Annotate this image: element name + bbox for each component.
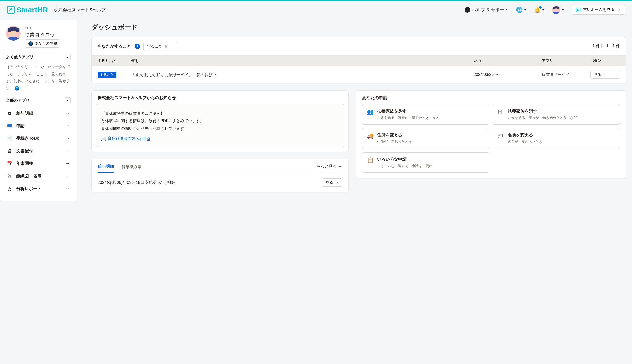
sidebar-item-label: 分析レポート — [16, 186, 61, 192]
sidebar-item-application[interactable]: 📪 申請 → — [6, 120, 71, 132]
payslip-tabs: 給与明細 源泉徴収票 もっと見る → — [92, 159, 348, 173]
todo-header: あなたがすること 1 すること ▲▼ 1 件中 1 – 1 件 — [92, 37, 626, 55]
collapse-button[interactable]: ▲ — [65, 98, 71, 104]
chevron-up-icon: ▲ — [67, 99, 69, 102]
col-what: 何を — [131, 58, 470, 63]
todo-what: 「新入社員入社1ヶ月後サーベイ」回答のお願い — [131, 72, 470, 78]
arrow-right-icon: → — [65, 110, 70, 116]
tile-title: 名前を変える — [508, 132, 542, 138]
sidebar: 301 従業員 タロウ 👤 あなたの情報 よく使うアプリ ▲ ［アプリのリスト］… — [0, 20, 77, 201]
tile-various-applications[interactable]: 📋 いろいろな申請 フォームを 選んで 申請を 提出 — [362, 152, 489, 173]
chevron-down-icon: ▼ — [542, 8, 545, 12]
filter-value: すること — [147, 44, 162, 48]
view-label: 見る — [594, 72, 601, 77]
avatar — [6, 26, 21, 41]
application-icon: 📪 — [7, 123, 12, 128]
user-block: 301 従業員 タロウ 👤 あなたの情報 — [6, 26, 71, 48]
tab-payslip[interactable]: 給与明細 — [98, 162, 114, 173]
arrow-right-icon: → — [65, 161, 70, 166]
tile-title: いろいろな申請 — [377, 156, 432, 162]
user-name: 従業員 タロウ — [25, 32, 60, 38]
collapse-button[interactable]: ▲ — [65, 54, 71, 60]
tile-desc: お金を送る 家族が 増えたとき など — [377, 115, 439, 120]
status-badge: すること — [98, 72, 116, 78]
payslip-icon: ✿ — [7, 110, 12, 116]
sidebar-item-yearend[interactable]: 📅 年末調整 → — [6, 157, 71, 170]
view-button[interactable]: 見る → — [322, 178, 342, 186]
header-right: ? ヘルプ & サポート 🌐 ▼ 🔔 ▼ ▼ S 古いホームを見る → — [465, 5, 625, 14]
your-info-label: あなたの情報 — [35, 41, 57, 46]
tile-title: 扶養家族を消す — [508, 108, 577, 114]
todo-filter-select[interactable]: すること ▲▼ — [144, 42, 177, 51]
sidebar-item-documents[interactable]: 🖨 文書配付 → — [6, 144, 71, 157]
language-menu[interactable]: 🌐 ▼ — [516, 7, 527, 13]
section-frequent-header: よく使うアプリ ▲ — [6, 54, 71, 60]
payslip-row: 2024(令和06)年03月15日支給分 給与明細 見る → — [92, 173, 348, 192]
logo-text: SmartHR — [16, 6, 48, 14]
tile-change-name[interactable]: 🏷 名前を変える 名前が 変わったとき — [493, 128, 620, 148]
chevron-down-icon: ▼ — [524, 8, 527, 12]
section-frequent-title: よく使うアプリ — [6, 54, 34, 60]
tile-remove-dependent[interactable]: ⛩ 扶養家族を消す お金を送る 家族が 働き始めたとき など — [493, 104, 620, 124]
people-icon: 👥 — [367, 109, 374, 115]
help-support-link[interactable]: ? ヘルプ & サポート — [465, 7, 508, 13]
avatar — [552, 6, 560, 14]
clipboard-icon: 📋 — [367, 157, 374, 163]
sidebar-item-todo[interactable]: 📄 手続きToDo → — [6, 132, 71, 144]
sidebar-item-analytics[interactable]: ◔ 分析レポート → — [6, 182, 71, 195]
col-app: アプリ — [542, 58, 586, 63]
arrow-right-icon: → — [65, 136, 70, 141]
help-icon[interactable]: ? — [15, 86, 19, 90]
logo-group: S SmartHR 株式会社スマート&ヘルプ — [7, 6, 106, 14]
pdf-label: 育休取得者の方へ.pdf — [108, 136, 146, 142]
tile-title: 扶養家族を足す — [377, 108, 439, 114]
more-link[interactable]: もっと見る → — [317, 164, 342, 172]
sidebar-item-label: 文書配付 — [16, 148, 61, 154]
user-id: 301 — [25, 26, 60, 30]
main: ダッシュボード あなたがすること 1 すること ▲▼ 1 件中 1 – 1 件 … — [77, 18, 632, 198]
tile-add-dependent[interactable]: 👥 扶養家族を足す お金を送る 家族が 増えたとき など — [362, 104, 489, 124]
tile-desc: お金を送る 家族が 働き始めたとき など — [508, 115, 577, 120]
print-icon: 🖨 — [7, 148, 12, 154]
page-title: ダッシュボード — [91, 23, 626, 32]
tag-icon: 🏷 — [497, 133, 504, 139]
todo-prefix: 件中 — [596, 44, 604, 48]
todo-suffix: 件 — [616, 44, 620, 48]
tile-change-address[interactable]: 🚚 住所を変える 住所が 変わったとき — [362, 128, 489, 148]
todo-count-badge: 1 — [135, 44, 140, 49]
announcement-line2: 育休期間中の問い合わせ先も記載されています。 — [101, 125, 339, 132]
old-home-button[interactable]: S 古いホームを見る → — [572, 5, 625, 14]
view-button[interactable]: 見る → — [590, 70, 620, 79]
old-home-label: 古いホームを見る — [583, 7, 614, 12]
todo-table-head: する / した 何を いつ アプリ ボタン — [92, 55, 626, 66]
logo[interactable]: S SmartHR — [7, 6, 48, 14]
sidebar-item-payslip[interactable]: ✿ 給与明細 → — [6, 107, 71, 120]
tile-title: 住所を変える — [377, 132, 412, 138]
todo-when: 2024/03/29 〜 — [474, 72, 538, 77]
announcement-body: 【育休取得中の従業員の皆さまへ】 育休取得に関する情報は、添付のPDFにまとめて… — [96, 104, 344, 147]
announcement-line1: 育休取得に関する情報は、添付のPDFにまとめています。 — [101, 117, 339, 124]
applications-grid: 👥 扶養家族を足す お金を送る 家族が 増えたとき など ⛩ 扶養家族を消す お… — [356, 104, 626, 178]
tab-withholding[interactable]: 源泉徴収票 — [121, 163, 142, 172]
payslip-label: 2024(令和06)年03月15日支給分 給与明細 — [98, 180, 175, 185]
pdf-link[interactable]: 📄 育休取得者の方へ.pdf ⧉ — [101, 136, 150, 142]
announcement-card: 株式会社スマート&ヘルプからのお知らせ 【育休取得中の従業員の皆さまへ】 育休取… — [91, 90, 349, 152]
notifications-button[interactable]: 🔔 ▼ — [534, 7, 545, 13]
frequent-help-text: ［アプリのリスト］で ☆マークを押した アプリを ここで 見られます。使わないと… — [6, 64, 71, 92]
user-menu[interactable]: ▼ — [552, 6, 564, 14]
arrow-right-icon: → — [338, 164, 342, 168]
sidebar-item-label: 給与明細 — [16, 110, 61, 116]
app-list: ✿ 給与明細 → 📪 申請 → 📄 手続きToDo → 🖨 文書配付 → 📅 — [6, 107, 71, 195]
more-label: もっと見る — [317, 164, 336, 169]
chevron-up-icon: ▲ — [67, 56, 69, 58]
calendar-icon: 📅 — [7, 161, 12, 166]
help-icon: ? — [465, 7, 470, 12]
todo-total: 1 — [593, 44, 595, 48]
logo-mark-icon: S — [7, 6, 15, 14]
sidebar-item-orgchart[interactable]: 🗂 組織図・名簿 → — [6, 170, 71, 182]
arrow-right-icon: → — [617, 8, 621, 12]
applications-title: あなたの申請 — [356, 90, 626, 104]
your-info-button[interactable]: 👤 あなたの情報 — [25, 40, 60, 48]
arrow-right-icon: → — [603, 72, 607, 77]
arrow-right-icon: → — [65, 174, 70, 179]
